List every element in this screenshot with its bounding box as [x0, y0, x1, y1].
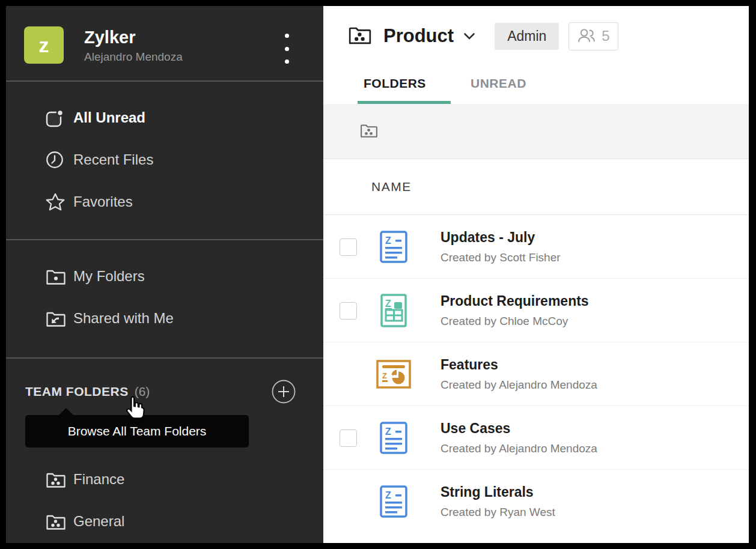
members-badge[interactable]: 5: [569, 22, 618, 50]
row-text: Features Created by Alejandro Mendoza: [440, 357, 597, 392]
file-row[interactable]: Z String Literals Created by Ryan West: [323, 470, 749, 533]
writer-document-icon: Z: [375, 406, 412, 470]
file-subtitle: Created by Alejandro Mendoza: [440, 378, 597, 392]
file-list: Z Updates - July Created by Scott Fisher: [323, 215, 749, 533]
file-title: Updates - July: [440, 229, 561, 246]
sidebar-item-label: All Unread: [73, 109, 145, 126]
team-logo[interactable]: z: [24, 26, 64, 64]
row-checkbox[interactable]: [340, 429, 357, 447]
file-subtitle: Created by Scott Fisher: [440, 251, 561, 264]
sidebar-item-label: Favorites: [73, 193, 133, 210]
sidebar-item-finance[interactable]: Finance: [6, 458, 323, 500]
main-pane: Product Admin 5 FOLDERS UNREAD: [323, 6, 749, 543]
sidebar: z Zylker Alejandro Mendoza All Unread: [6, 6, 323, 543]
sidebar-item-shared-with-me[interactable]: Shared with Me: [6, 297, 323, 339]
sidebar-item-all-unread[interactable]: All Unread: [6, 97, 323, 139]
file-row[interactable]: Z Updates - July Created by Scott Fisher: [323, 215, 749, 279]
table-header[interactable]: NAME: [323, 159, 749, 215]
file-row[interactable]: Z Features Created by Alejandro Mendoza: [323, 342, 749, 406]
sidebar-folder-nav: My Folders Shared with Me: [6, 255, 323, 339]
team-folder-list: Finance General: [6, 458, 323, 542]
sidebar-item-label: General: [73, 513, 124, 530]
chevron-down-icon[interactable]: [463, 32, 475, 40]
members-count: 5: [602, 28, 609, 44]
sidebar-item-my-folders[interactable]: My Folders: [6, 255, 323, 297]
add-team-folder-button[interactable]: [272, 380, 296, 404]
sidebar-item-recent-files[interactable]: Recent Files: [6, 139, 323, 181]
tab-bar: FOLDERS UNREAD: [323, 66, 749, 101]
sidebar-divider: [6, 80, 323, 82]
file-title: Features: [440, 357, 597, 373]
sidebar-divider: [6, 239, 323, 240]
writer-document-icon: Z: [375, 215, 412, 279]
sidebar-item-general[interactable]: General: [6, 500, 323, 542]
tab-unread[interactable]: UNREAD: [471, 66, 526, 101]
name-column-header: NAME: [371, 180, 412, 194]
file-title: String Literals: [440, 484, 555, 500]
team-user-name: Alejandro Mendoza: [84, 50, 183, 64]
sidebar-item-label: Recent Files: [73, 151, 153, 168]
sidebar-divider: [6, 357, 323, 359]
sidebar-nav: All Unread Recent Files Favorites: [6, 97, 323, 223]
star-icon: [45, 192, 73, 212]
file-title: Product Requirements: [440, 293, 589, 309]
file-title: Use Cases: [440, 420, 597, 437]
file-subtitle: Created by Chloe McCoy: [440, 315, 589, 328]
clock-icon: [45, 150, 73, 169]
show-presentation-icon: Z: [375, 342, 412, 406]
page-title: Product: [383, 25, 454, 47]
tooltip-arrow: [58, 408, 74, 416]
row-text: Use Cases Created by Alejandro Mendoza: [440, 420, 597, 455]
tooltip-text: Browse All Team Folders: [68, 424, 207, 438]
members-icon: [577, 27, 596, 46]
file-subtitle: Created by Ryan West: [440, 506, 555, 519]
folder-shared-icon: [45, 309, 73, 328]
sheet-spreadsheet-icon: Z: [375, 279, 412, 342]
folder-icon: [45, 267, 73, 286]
row-checkbox[interactable]: [340, 238, 357, 256]
role-badge[interactable]: Admin: [495, 23, 559, 50]
row-text: Updates - July Created by Scott Fisher: [440, 229, 561, 264]
svg-text:Z: Z: [385, 299, 391, 309]
sidebar-item-label: Finance: [73, 471, 124, 488]
row-checkbox[interactable]: [340, 302, 357, 320]
svg-text:Z: Z: [382, 371, 387, 380]
writer-document-icon: Z: [375, 470, 412, 533]
row-text: String Literals Created by Ryan West: [440, 484, 555, 519]
sidebar-item-label: My Folders: [73, 268, 145, 285]
kebab-menu-icon[interactable]: [278, 34, 296, 64]
file-row[interactable]: Z Use Cases Created by Alejandro Mendoza: [323, 406, 749, 470]
team-logo-letter: z: [39, 34, 49, 57]
file-subtitle: Created by Alejandro Mendoza: [440, 442, 597, 455]
main-header: Product Admin 5: [323, 6, 749, 66]
team-folder-icon: [45, 470, 73, 489]
team-folder-icon: [347, 24, 373, 48]
svg-text:Z: Z: [385, 490, 391, 500]
team-name: Zylker: [84, 28, 135, 47]
toolbar: [323, 104, 749, 159]
team-folder-icon[interactable]: [359, 122, 379, 141]
sidebar-item-favorites[interactable]: Favorites: [6, 181, 323, 223]
sidebar-item-label: Shared with Me: [73, 310, 174, 327]
team-folder-icon: [45, 512, 73, 531]
team-folders-label: TEAM FOLDERS: [25, 384, 129, 399]
svg-text:Z: Z: [385, 235, 391, 246]
app-window: z Zylker Alejandro Mendoza All Unread: [6, 6, 749, 543]
cursor-hand-icon: [125, 395, 147, 423]
svg-text:Z: Z: [385, 426, 391, 437]
row-text: Product Requirements Created by Chloe Mc…: [440, 293, 589, 328]
unread-badge-icon: [45, 108, 73, 128]
file-row[interactable]: Z Product Requirements Created by Chloe …: [323, 279, 749, 342]
tab-folders[interactable]: FOLDERS: [364, 66, 426, 101]
